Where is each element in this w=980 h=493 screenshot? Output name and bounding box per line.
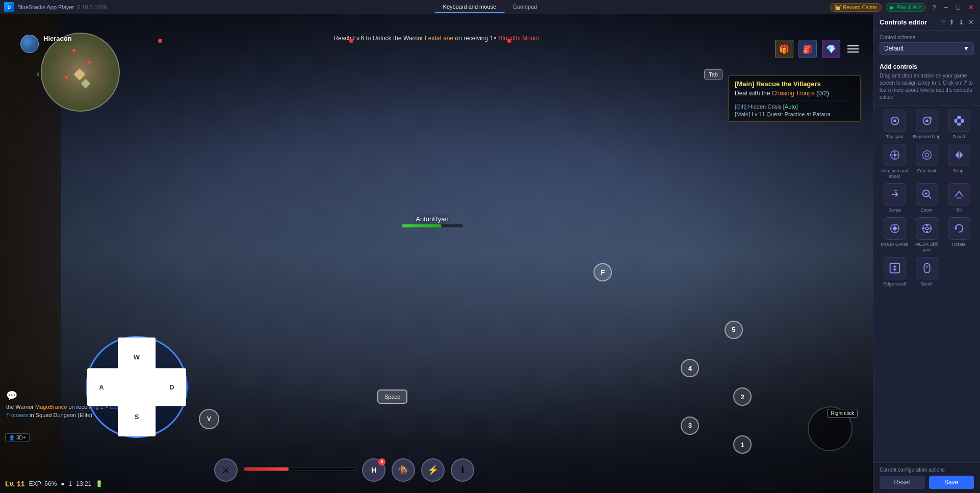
control-edge-scroll[interactable]: Edge scroll [880,257,910,287]
quest-sub: Deal with the Chasing Troops (0/2) [735,90,854,97]
svg-point-26 [925,227,929,230]
svg-marker-14 [959,151,963,159]
reward-center-button[interactable]: 👑 Reward Center [830,3,882,12]
skill-icon-1[interactable]: ⚔ [214,458,238,482]
svg-point-20 [893,226,896,230]
control-zoom[interactable]: Zoom [912,183,942,213]
control-dpad[interactable]: D-pad [944,110,974,140]
control-free-look[interactable]: Free look [912,144,942,179]
editor-help-icon[interactable]: ? [941,18,945,26]
game-viewport[interactable]: ‹ Hieracon 💬 the Warrior MagoBranco on r… [0,14,873,493]
diamond-icon[interactable]: 💎 [822,40,840,58]
control-swipe[interactable]: Swipe [880,183,910,213]
top-bar: B BlueStacks App Player 5.10.0.1006 Keyb… [0,0,980,14]
control-scheme-label: Control scheme [880,35,974,40]
skill-v-btn[interactable]: V [199,409,219,429]
reward-label: Reward Center [843,5,877,10]
editor-download-icon[interactable]: ⬇ [959,18,964,26]
health-bar-container [244,467,356,473]
editor-share-icon[interactable]: ⬆ [949,18,955,26]
minimap-marker-1 [72,49,75,52]
hamburger-line-1 [847,45,859,46]
editor-spacer [873,291,980,462]
globe-icon[interactable] [20,35,39,53]
notif-player: LeidaLane [425,35,453,42]
svg-marker-35 [893,269,896,271]
minimap-arrow[interactable]: ‹ [37,69,39,79]
control-moba-skill-pad[interactable]: MOBA Skill pad [912,217,942,253]
level-label: Lv. 11 [5,480,25,488]
3d-icon: 👤 [9,435,15,440]
controls-editor-panel: Controls editor ? ⬆ ⬇ ✕ Control scheme D… [873,14,980,493]
editor-bottom-label: Current configuration actions [880,467,974,473]
control-scheme-dropdown[interactable]: Default ▼ [880,42,974,55]
control-aim-pan-shoot[interactable]: Aim, pan and shoot [880,144,910,179]
svg-point-11 [922,150,931,159]
3d-button[interactable]: 👤 3D+ [5,433,30,442]
battery-icon: 🔋 [95,480,103,487]
tab-key-label[interactable]: Tab [704,69,723,80]
svg-point-28 [926,231,928,233]
minimize-button[interactable]: − [942,3,950,12]
rotate-label: Rotate [952,242,966,247]
add-controls-title: Add controls [880,63,974,70]
moba-dpad-label: MOBA D-Pad [881,242,908,247]
bag-icon[interactable]: 🎒 [798,40,817,58]
location-name: Hieracon [43,35,72,42]
num-5-button[interactable]: 5 [725,321,743,339]
svg-point-12 [925,153,929,157]
hamburger-menu[interactable] [845,43,861,55]
play-win-button[interactable]: ▶ Play & Win [886,3,926,12]
currency-amount: 1 [69,480,72,487]
notification-banner: Reach Lv.6 to Unlock the Warrior LeidaLa… [163,35,710,42]
tab-gamepad[interactable]: Gamepad [504,2,545,13]
control-scheme-value: Default [884,45,904,52]
control-tilt[interactable]: Tilt [944,183,974,213]
tilt-label: Tilt [956,207,962,213]
play-icon: ▶ [890,5,894,10]
health-bar [244,467,356,471]
player-health-bar [402,224,463,227]
tab-keyboard-mouse[interactable]: Keyboard and mouse [435,2,505,13]
quest-main-title: [Main] Rescue the Villagers [735,80,854,88]
play-win-label: Play & Win [896,5,921,10]
dpad-circle[interactable]: W A S D [86,336,188,438]
skill-icon-2[interactable]: 🏇 [392,458,415,482]
swipe-label: Swipe [888,207,901,213]
skill-icon-4[interactable]: ℹ [451,458,474,482]
chat-prefix: the Warrior [6,404,35,410]
gift-icon[interactable]: 🎁 [775,40,793,58]
tab-bar: Keyboard and mouse Gamepad [435,2,546,13]
save-button[interactable]: Save [929,476,974,489]
svg-marker-34 [893,265,896,267]
space-key-button[interactable]: Space [377,390,407,404]
quest-panel: [Main] Rescue the Villagers Deal with th… [728,75,861,122]
maximize-button[interactable]: □ [954,3,962,12]
control-scheme-section: Control scheme Default ▼ [873,31,980,59]
control-script[interactable]: Script [944,144,974,179]
minimap-marker-3 [65,76,68,79]
dpad-area[interactable]: W A S D [86,336,188,438]
reset-button[interactable]: Reset [880,476,925,489]
control-scroll[interactable]: Scroll [912,257,942,287]
editor-close-icon[interactable]: ✕ [968,18,974,26]
learn-more-link[interactable]: ? [963,80,966,86]
controls-grid: Tap spot Repeated tap [873,106,980,291]
control-moba-dpad[interactable]: MOBA D-Pad [880,217,910,253]
close-button[interactable]: ✕ [966,3,976,12]
v-key-label[interactable]: V [199,409,219,429]
chat-suffix: in Squad Dungeon (Elite) [28,412,92,418]
moba-skill-label: MOBA Skill pad [912,242,942,253]
tilt-icon [948,183,970,205]
top-bar-actions: 👑 Reward Center ▶ Play & Win ? − □ ✕ [830,3,976,12]
control-repeated-tap[interactable]: Repeated tap [912,110,942,140]
num-3-button[interactable]: 3 [681,417,699,435]
help-button[interactable]: ? [930,3,938,12]
time-display: 13:21 [76,480,91,487]
control-rotate[interactable]: Rotate [944,217,974,253]
control-tap-spot[interactable]: Tap spot [880,110,910,140]
svg-point-1 [893,119,896,122]
currency-icon: ● [61,480,64,487]
skill-h-btn[interactable]: H 9 [362,458,385,482]
skill-icon-3[interactable]: ⚡ [421,458,445,482]
